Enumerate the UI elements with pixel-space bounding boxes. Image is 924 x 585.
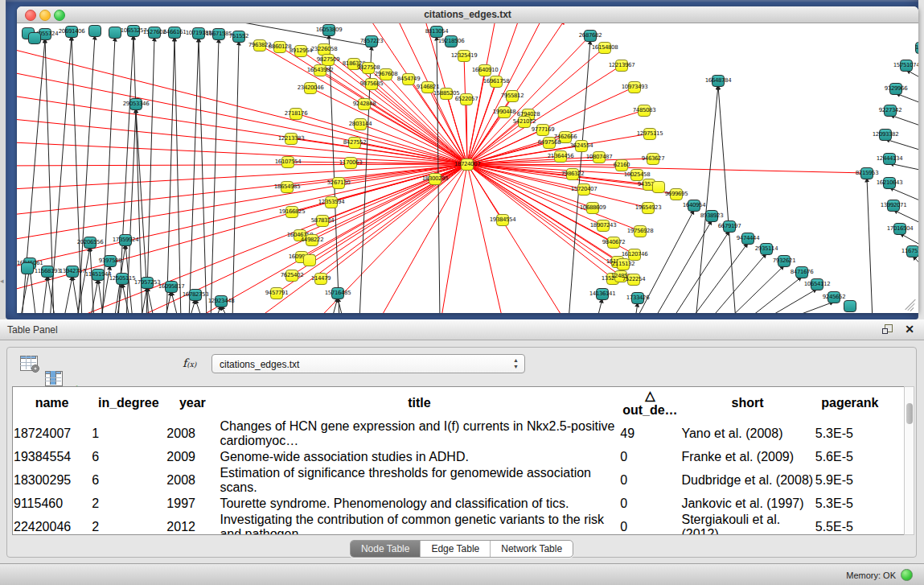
table-cell[interactable]: Estimation of significance thresholds fo… — [219, 465, 619, 496]
graph-node[interactable] — [189, 289, 202, 301]
column-header[interactable]: short — [680, 387, 814, 418]
graph-node[interactable] — [741, 233, 754, 245]
table-cell[interactable] — [885, 512, 905, 535]
graph-node[interactable] — [129, 98, 142, 110]
graph-node[interactable] — [402, 73, 415, 85]
graph-node[interactable] — [586, 202, 599, 214]
table-cell[interactable]: 5.5E-5 — [815, 512, 885, 535]
graph-node[interactable] — [584, 30, 597, 42]
graph-node[interactable] — [304, 82, 317, 94]
graph-node[interactable] — [614, 270, 627, 282]
table-cell[interactable]: 2008 — [166, 465, 219, 496]
show-columns-icon[interactable] — [45, 371, 63, 386]
graph-node[interactable] — [712, 75, 725, 87]
graph-node[interactable] — [332, 177, 345, 189]
graph-node[interactable] — [723, 220, 736, 233]
graph-node[interactable] — [365, 78, 378, 90]
column-header[interactable]: title — [219, 387, 619, 418]
graph-node[interactable] — [192, 27, 205, 39]
float-window-icon[interactable] — [882, 324, 893, 335]
graph-node[interactable] — [285, 206, 298, 218]
graph-node[interactable] — [306, 234, 318, 246]
column-header[interactable]: pagerank — [815, 387, 885, 418]
graph-node[interactable] — [285, 133, 298, 145]
table-cell[interactable]: 5.6E-5 — [815, 449, 885, 465]
table-cell[interactable]: Stergiakouli et al. (2012) — [680, 512, 814, 535]
graph-node[interactable] — [461, 159, 474, 171]
graph-node[interactable] — [827, 291, 840, 303]
graph-node[interactable] — [141, 277, 154, 289]
graph-node[interactable] — [889, 83, 902, 95]
table-cell[interactable]: 5.3E-5 — [815, 418, 885, 449]
graph-node[interactable] — [652, 181, 665, 193]
table-cell[interactable] — [885, 449, 905, 465]
graph-node[interactable] — [66, 266, 79, 278]
graph-node[interactable] — [116, 273, 129, 285]
table-cell[interactable]: 5.3E-5 — [815, 496, 885, 512]
table-cell[interactable]: Tourette syndrome. Phenomenology and cla… — [219, 496, 619, 512]
table-cell[interactable]: Jankovic et al. (1997) — [680, 496, 814, 512]
table-row[interactable]: 2242004622012Investigating the contribut… — [13, 512, 905, 535]
graph-node[interactable] — [165, 281, 178, 293]
window-titlebar[interactable]: citations_edges.txt — [17, 6, 918, 23]
graph-node[interactable] — [21, 262, 34, 274]
table-options-icon[interactable] — [20, 356, 38, 371]
table-cell[interactable]: 19384554 — [13, 449, 91, 465]
table-cell[interactable]: 0 — [619, 465, 680, 496]
column-header[interactable]: year — [166, 387, 219, 418]
graph-node[interactable] — [554, 150, 567, 163]
graph-node[interactable] — [705, 210, 718, 222]
graph-node[interactable] — [168, 27, 181, 39]
graph-node[interactable] — [490, 76, 503, 88]
table-cell[interactable]: 22420046 — [13, 512, 91, 535]
table-cell[interactable]: 2 — [91, 496, 166, 512]
window-resize-grip[interactable] — [904, 299, 917, 311]
graph-node[interactable] — [597, 220, 610, 232]
graph-node[interactable] — [566, 168, 579, 180]
graph-node[interactable] — [281, 181, 294, 193]
graph-node[interactable] — [119, 234, 132, 246]
table-row[interactable]: 1830029562008Estimation of significance … — [13, 465, 905, 496]
graph-node[interactable] — [879, 129, 892, 141]
graph-node[interactable] — [575, 140, 588, 152]
graph-node[interactable] — [314, 64, 326, 76]
graph-node[interactable] — [148, 27, 161, 39]
graph-node[interactable] — [290, 108, 302, 120]
table-cell[interactable]: 18300295 — [13, 465, 91, 496]
graph-node[interactable] — [294, 45, 307, 57]
graph-node[interactable] — [215, 295, 228, 307]
table-cell[interactable]: 1 — [91, 418, 166, 449]
column-header[interactable]: in_degree — [91, 387, 166, 418]
graph-node[interactable] — [596, 288, 609, 300]
graph-node[interactable] — [860, 167, 873, 179]
graph-node[interactable] — [887, 200, 900, 212]
graph-node[interactable] — [270, 287, 283, 299]
graph-node[interactable] — [430, 26, 443, 38]
graph-node[interactable] — [607, 237, 620, 249]
graph-node[interactable] — [615, 60, 628, 72]
function-builder-icon[interactable]: f(x) — [183, 356, 196, 369]
table-cell[interactable]: Changes of HCN gene expression and I(f) … — [219, 418, 619, 449]
graph-node[interactable] — [344, 157, 357, 169]
graph-node[interactable] — [638, 105, 651, 117]
graph-node[interactable] — [643, 128, 656, 140]
graph-node[interactable] — [109, 27, 121, 39]
graph-node[interactable] — [630, 169, 643, 181]
column-header[interactable]: △ out_de… — [619, 387, 680, 418]
graph-node[interactable] — [631, 292, 644, 304]
graph-node[interactable] — [506, 90, 519, 102]
table-cell[interactable]: 2 — [91, 512, 166, 535]
graph-node[interactable] — [458, 50, 470, 62]
graph-node[interactable] — [915, 42, 918, 54]
graph-node[interactable] — [273, 41, 286, 53]
table-cell[interactable]: 6 — [91, 465, 166, 496]
graph-node[interactable] — [634, 225, 647, 237]
graph-node[interactable] — [478, 64, 491, 76]
graph-node[interactable] — [496, 214, 509, 226]
table-cell[interactable]: Investigating the contribution of common… — [219, 512, 619, 535]
network-canvas[interactable]: 1872400779638228860128891295423226058982… — [17, 23, 918, 313]
column-header[interactable]: name — [13, 387, 91, 418]
graph-node[interactable] — [795, 266, 808, 278]
graph-node[interactable] — [518, 116, 531, 128]
graph-node[interactable] — [628, 81, 641, 93]
